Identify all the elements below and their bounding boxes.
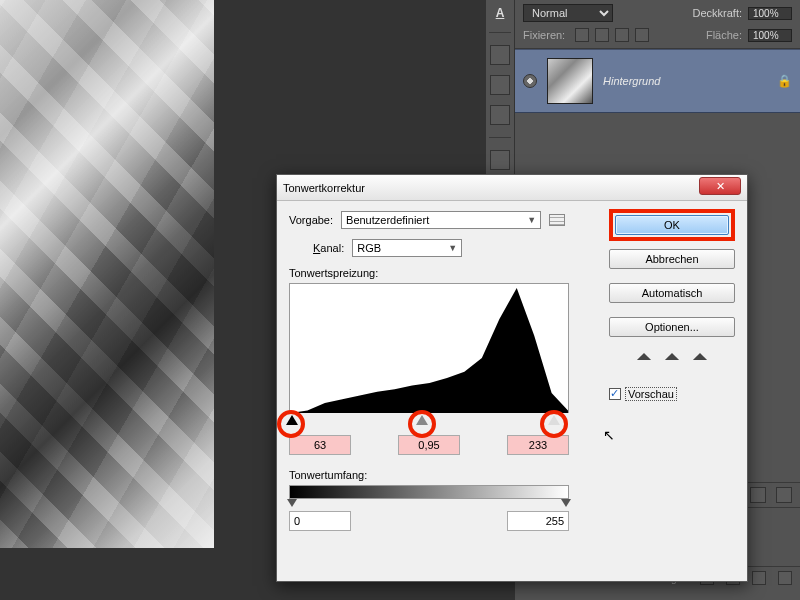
white-point-slider[interactable] [548,415,560,425]
preset-label: Vorgabe: [289,214,333,226]
lock-all-icon[interactable] [635,28,649,42]
output-gradient[interactable] [289,485,569,499]
toolbar-vertical: A [486,0,514,190]
preview-checkbox[interactable] [609,388,621,400]
close-button[interactable]: ✕ [699,177,741,195]
preset-value: Benutzerdefiniert [346,214,429,226]
channel-select[interactable]: RGB▼ [352,239,462,257]
preview-label: Vorschau [625,387,677,401]
white-eyedropper-icon[interactable] [691,351,709,369]
play-icon[interactable] [490,105,510,125]
options-button[interactable]: Optionen... [609,317,735,337]
dialog-title: Tonwertkorrektur [283,182,365,194]
cancel-button[interactable]: Abbrechen [609,249,735,269]
black-point-input[interactable]: 63 [289,435,351,455]
layer-thumbnail[interactable] [547,58,593,104]
black-point-slider[interactable] [286,415,298,425]
black-eyedropper-icon[interactable] [635,351,653,369]
tool-icon[interactable] [490,45,510,65]
footer-icon[interactable] [752,571,766,585]
histogram[interactable] [289,283,569,413]
output-black-input[interactable] [289,511,351,531]
auto-button[interactable]: Automatisch [609,283,735,303]
opacity-label: Deckkraft: [692,7,742,19]
eye-icon[interactable] [523,74,537,88]
lock-position-icon[interactable] [615,28,629,42]
preset-menu-icon[interactable] [549,214,565,226]
titlebar[interactable]: Tonwertkorrektur ✕ [277,175,747,201]
canvas-image [0,0,214,548]
lock-pixels-icon[interactable] [595,28,609,42]
gray-eyedropper-icon[interactable] [663,351,681,369]
white-point-input[interactable]: 233 [507,435,569,455]
layer-row[interactable]: Hintergrund 🔒 [515,49,800,113]
blend-mode-select[interactable]: Normal [523,4,613,22]
levels-dialog: Tonwertkorrektur ✕ Vorgabe: Benutzerdefi… [276,174,748,582]
panel-icon[interactable] [776,487,792,503]
lock-icon: 🔒 [777,74,792,88]
output-levels-label: Tonwertumfang: [289,469,735,481]
midtone-slider[interactable] [416,415,428,425]
swatches-icon[interactable] [490,150,510,170]
output-white-slider[interactable] [561,499,571,507]
layer-name[interactable]: Hintergrund [603,75,767,87]
preset-select[interactable]: Benutzerdefiniert▼ [341,211,541,229]
fill-label: Fläche: [706,29,742,41]
output-black-slider[interactable] [287,499,297,507]
opacity-value[interactable]: 100% [748,7,792,20]
tool-icon[interactable] [490,75,510,95]
channel-label: Kanal: [313,242,344,254]
lock-toggles [575,28,649,42]
output-white-input[interactable] [507,511,569,531]
lock-transparent-icon[interactable] [575,28,589,42]
trash-icon[interactable] [778,571,792,585]
type-tool-icon[interactable]: A [496,6,505,20]
lock-label: Fixieren: [523,29,565,41]
ok-button[interactable]: OK [615,215,729,235]
gamma-input[interactable]: 0,95 [398,435,460,455]
panel-icon[interactable] [750,487,766,503]
fill-value[interactable]: 100% [748,29,792,42]
highlight-frame: OK [609,209,735,241]
channel-value: RGB [357,242,381,254]
cursor-icon: ↖ [603,427,615,443]
